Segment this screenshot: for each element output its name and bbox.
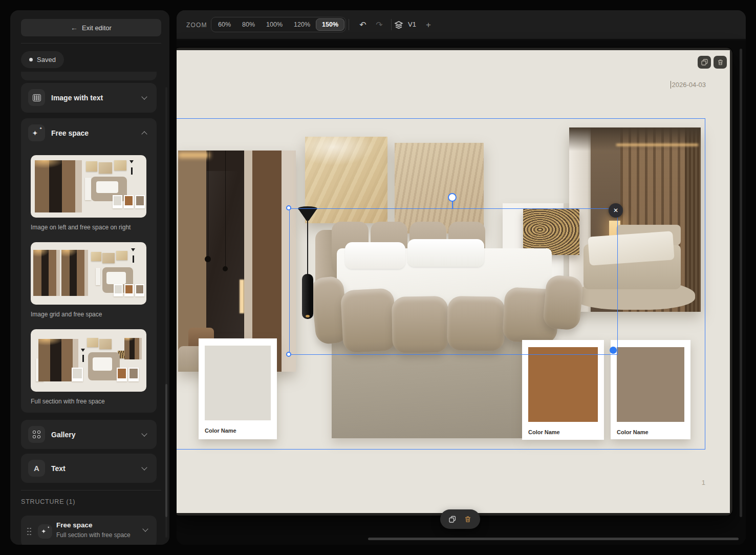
duplicate-page-button[interactable]: [698, 56, 711, 69]
page-frame: 2026-04-03 1: [177, 48, 732, 516]
structure-heading: STRUCTURE (1): [21, 498, 75, 505]
mini-pendant-icon: [129, 160, 134, 163]
structure-item-subtitle: Full section with free space: [56, 531, 131, 539]
redo-button[interactable]: ↷: [372, 17, 386, 32]
gallery-grid-icon: [28, 426, 45, 443]
free-space-section-header[interactable]: Free space: [21, 118, 157, 147]
zoom-120-button[interactable]: 120%: [288, 18, 316, 31]
toolbar-separator: [391, 19, 392, 30]
mini-color-chips: [113, 195, 145, 208]
exit-editor-button[interactable]: ← Exit editor: [21, 19, 161, 36]
mini-color-chips: [114, 284, 144, 296]
section-label: Image with text: [51, 94, 103, 102]
saved-label: Saved: [37, 56, 56, 63]
mini-texture: [114, 160, 126, 170]
selection-action-bar: [440, 509, 480, 529]
horizontal-scrollbar-thumb[interactable]: [368, 538, 739, 540]
sparkle-icon: [28, 124, 45, 141]
mini-bedroom-photo: [61, 250, 88, 296]
scrolled-section-card-sliver: [21, 72, 157, 80]
sparkle-icon: [38, 524, 52, 539]
remove-element-button[interactable]: ✕: [609, 203, 623, 218]
section-label: Gallery: [51, 431, 75, 439]
canvas-toolbar: ZOOM 60% 80% 100% 120% 150% ↶ ↷ V1 +: [177, 10, 746, 39]
section-label: Text: [51, 464, 66, 473]
template-image-grid-free-space[interactable]: [31, 242, 146, 305]
chevron-down-icon: [141, 94, 147, 99]
exit-editor-label: Exit editor: [82, 24, 112, 32]
chevron-down-icon: [142, 526, 148, 531]
resize-handle-top-left[interactable]: [286, 205, 291, 210]
mini-pendant-bar: [131, 167, 133, 175]
template-caption: Full section with free space: [31, 398, 105, 405]
mini-pendant-bar: [82, 355, 84, 362]
sidebar-section-free-space: Free space Image on left and free: [21, 118, 157, 413]
drag-handle-icon[interactable]: [27, 527, 32, 536]
mini-bedroom-photo: [35, 160, 82, 212]
template-image-left-free-space-right[interactable]: [31, 155, 146, 218]
mini-lamp: [96, 268, 100, 285]
canvas-panel: ZOOM 60% 80% 100% 120% 150% ↶ ↷ V1 +: [177, 10, 746, 545]
zoom-level-group: 60% 80% 100% 120% 150%: [211, 17, 346, 32]
canvas-viewport[interactable]: 2026-04-03 1: [177, 40, 746, 545]
color-name-label: Color Name: [528, 429, 598, 435]
template-full-section-free-space[interactable]: [31, 329, 146, 392]
resize-handle-bottom-right[interactable]: [610, 347, 617, 354]
mini-pendant-icon: [81, 349, 85, 352]
mini-texture: [86, 161, 97, 172]
vertical-scrollbar-thumb[interactable]: [740, 49, 742, 517]
text-a-icon: A: [28, 460, 45, 477]
structure-item-free-space[interactable]: Free space Full section with free space: [21, 516, 157, 545]
resize-handle-bottom-left[interactable]: [286, 352, 291, 357]
add-version-button[interactable]: +: [421, 17, 436, 32]
duplicate-selection-button[interactable]: [449, 516, 456, 523]
chevron-down-icon: [141, 431, 147, 436]
rotation-handle[interactable]: [448, 193, 457, 202]
date-field[interactable]: 2026-04-03: [671, 81, 706, 89]
mini-bedroom-photo: [33, 250, 60, 296]
page-number: 1: [702, 479, 705, 486]
sidebar-section-gallery[interactable]: Gallery: [21, 420, 157, 449]
image-with-text-icon: [28, 89, 45, 106]
moodboard-page[interactable]: 2026-04-03 1: [177, 50, 730, 513]
sidebar-section-image-with-text[interactable]: Image with text: [21, 83, 157, 113]
color-card-2[interactable]: Color Name: [522, 340, 604, 440]
mini-bed: [88, 352, 120, 380]
saved-dot-icon: [29, 58, 33, 61]
zoom-100-button[interactable]: 100%: [261, 18, 288, 31]
structure-item-title: Free space: [56, 521, 93, 529]
delete-page-button[interactable]: [714, 56, 727, 69]
sidebar-section-text[interactable]: A Text: [21, 454, 157, 483]
mini-bedroom-photo: [124, 338, 142, 359]
color-name-label: Color Name: [617, 429, 684, 435]
mini-texture: [116, 251, 127, 260]
section-label: Free space: [51, 129, 89, 137]
layers-icon[interactable]: [394, 20, 403, 30]
color-card-3[interactable]: Color Name: [611, 340, 690, 439]
saved-status-badge: Saved: [21, 51, 64, 68]
color-swatch: [617, 347, 684, 422]
sidebar-scrollbar-thumb[interactable]: [165, 384, 167, 517]
color-card-1[interactable]: Color Name: [199, 338, 277, 439]
mini-texture: [87, 338, 98, 347]
chevron-up-icon: [141, 131, 147, 137]
zoom-label: ZOOM: [186, 22, 207, 29]
text-cursor: [671, 81, 671, 89]
color-swatch: [528, 347, 598, 422]
zoom-60-button[interactable]: 60%: [212, 18, 236, 31]
version-label[interactable]: V1: [408, 20, 416, 28]
zoom-80-button[interactable]: 80%: [236, 18, 261, 31]
color-name-label: Color Name: [205, 428, 271, 434]
element-selection-outline[interactable]: [289, 208, 618, 355]
mini-texture: [99, 339, 112, 349]
undo-button[interactable]: ↶: [356, 17, 370, 32]
mini-color-chips: [117, 368, 139, 381]
back-arrow-icon: ←: [71, 24, 78, 32]
zoom-150-button[interactable]: 150%: [316, 18, 344, 31]
delete-selection-button[interactable]: [464, 516, 471, 523]
color-swatch: [205, 346, 271, 420]
mini-texture: [99, 162, 112, 174]
mini-texture: [102, 253, 115, 263]
mini-color-chip: [72, 368, 83, 381]
divider: [21, 43, 161, 44]
